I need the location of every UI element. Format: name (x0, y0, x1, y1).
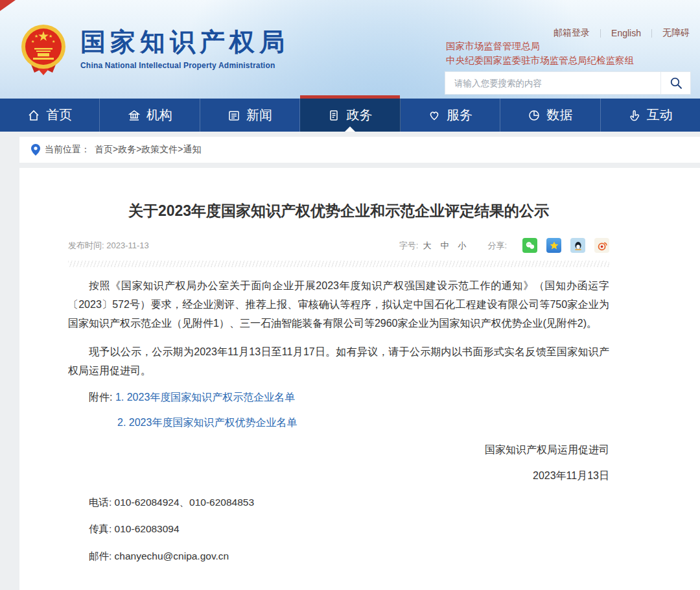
nav-item-interaction[interactable]: 互动 (601, 99, 700, 132)
service-heart-icon (428, 109, 441, 122)
site-title: 国家知识产权局 (80, 29, 289, 56)
search-input[interactable] (445, 72, 660, 94)
breadcrumb: 当前位置： 首页>政务>政策文件>通知 (19, 137, 700, 163)
publish-date: 发布时间: 2023-11-13 (68, 240, 149, 252)
font-size-medium[interactable]: 中 (440, 240, 449, 252)
nav-label: 政务 (346, 106, 372, 124)
nav-label: 数据 (546, 106, 572, 124)
article-body: 按照《国家知识产权局办公室关于面向企业开展2023年度知识产权强国建设示范工作的… (68, 276, 609, 380)
nav-label: 机构 (146, 106, 172, 124)
search-icon (670, 77, 682, 89)
nav-label: 首页 (46, 106, 72, 124)
nav-label: 互动 (647, 106, 673, 124)
share-icons (513, 238, 609, 253)
article-card: 关于2023年度国家知识产权优势企业和示范企业评定结果的公示 发布时间: 202… (19, 168, 700, 590)
main-nav: 首页 机构 新闻 政务 服务 (0, 99, 700, 132)
search-bar (445, 71, 691, 95)
interaction-hand-icon (628, 109, 641, 122)
contact-phone: 电话: 010-62084924、010-62084853 (89, 493, 609, 512)
divider (651, 29, 652, 38)
qzone-icon[interactable] (546, 238, 561, 253)
attachments: 附件: 1. 2023年度国家知识产权示范企业名单 2. 2023年度国家知识产… (68, 388, 609, 432)
national-emblem-icon: ★ ★ ★ ★ (19, 23, 67, 77)
mail-login-link[interactable]: 邮箱登录 (554, 27, 590, 39)
location-pin-icon (31, 144, 40, 156)
article-meta: 发布时间: 2023-11-13 字号: 大 中 小 分享: (68, 238, 609, 253)
nav-item-services[interactable]: 服务 (401, 99, 500, 132)
utility-links: 邮箱登录 English 无障碍 (554, 27, 690, 39)
gov-document-icon (327, 109, 340, 122)
site-header: ★ ★ ★ ★ 国家知识产权局 China National Intellect… (0, 0, 700, 99)
paragraph: 按照《国家知识产权局办公室关于面向企业开展2023年度知识产权强国建设示范工作的… (68, 276, 609, 333)
discipline-inspection-link[interactable]: 中央纪委国家监委驻市场监管总局纪检监察组 (446, 53, 634, 67)
site-subtitle: China National Intellectual Property Adm… (80, 61, 289, 70)
news-icon (228, 109, 240, 122)
font-size-label: 字号: (399, 240, 419, 252)
english-link[interactable]: English (611, 28, 641, 38)
breadcrumb-label: 当前位置： (45, 144, 90, 156)
svg-text:★: ★ (31, 40, 34, 43)
font-size-large[interactable]: 大 (423, 240, 431, 252)
article-title: 关于2023年度国家知识产权优势企业和示范企业评定结果的公示 (68, 168, 609, 221)
divider (600, 29, 601, 38)
institution-icon (128, 109, 141, 122)
breadcrumb-path[interactable]: 首页>政务>政策文件>通知 (95, 144, 202, 156)
samr-link[interactable]: 国家市场监督管理总局 (446, 39, 634, 53)
search-button[interactable] (660, 72, 690, 94)
data-pie-icon (528, 109, 541, 122)
nav-label: 新闻 (246, 106, 272, 124)
striped-divider (68, 261, 609, 267)
svg-text:★: ★ (52, 40, 55, 43)
nav-item-institution[interactable]: 机构 (100, 99, 200, 132)
home-icon (27, 109, 40, 122)
nav-label: 服务 (447, 106, 472, 124)
signature-date: 2023年11月13日 (68, 467, 609, 486)
paragraph: 现予以公示，公示期为2023年11月13日至11月17日。如有异议，请于公示期内… (68, 342, 609, 380)
qq-icon[interactable] (570, 238, 585, 253)
attachments-label: 附件: (89, 392, 112, 403)
svg-text:★: ★ (34, 34, 38, 38)
attachment-link-2[interactable]: 2. 2023年度国家知识产权优势企业名单 (117, 417, 297, 428)
attachment-link-1[interactable]: 1. 2023年度国家知识产权示范企业名单 (115, 392, 295, 403)
corner-ribbon (0, 0, 16, 11)
weibo-icon[interactable] (594, 238, 609, 253)
contact-info: 电话: 010-62084924、010-62084853 传真: 010-62… (68, 493, 609, 566)
nav-item-home[interactable]: 首页 (0, 99, 100, 132)
related-org-links: 国家市场监督管理总局 中央纪委国家监委驻市场监管总局纪检监察组 (446, 39, 634, 67)
accessibility-link[interactable]: 无障碍 (662, 27, 690, 39)
signature-block: 国家知识产权局运用促进司 2023年11月13日 (68, 441, 609, 486)
share-label: 分享: (487, 240, 507, 252)
nav-item-news[interactable]: 新闻 (200, 99, 300, 132)
signature-department: 国家知识产权局运用促进司 (68, 441, 609, 460)
wechat-icon[interactable] (522, 238, 537, 253)
contact-email: 邮件: chanyechu@cnipa.gov.cn (89, 547, 609, 566)
nav-item-data[interactable]: 数据 (500, 99, 600, 132)
nav-item-gov-affairs[interactable]: 政务 (300, 99, 400, 132)
svg-text:★: ★ (49, 34, 52, 38)
site-logo[interactable]: ★ ★ ★ ★ 国家知识产权局 China National Intellect… (19, 23, 289, 77)
contact-fax: 传真: 010-62083094 (89, 520, 609, 539)
font-size-small[interactable]: 小 (458, 240, 466, 252)
